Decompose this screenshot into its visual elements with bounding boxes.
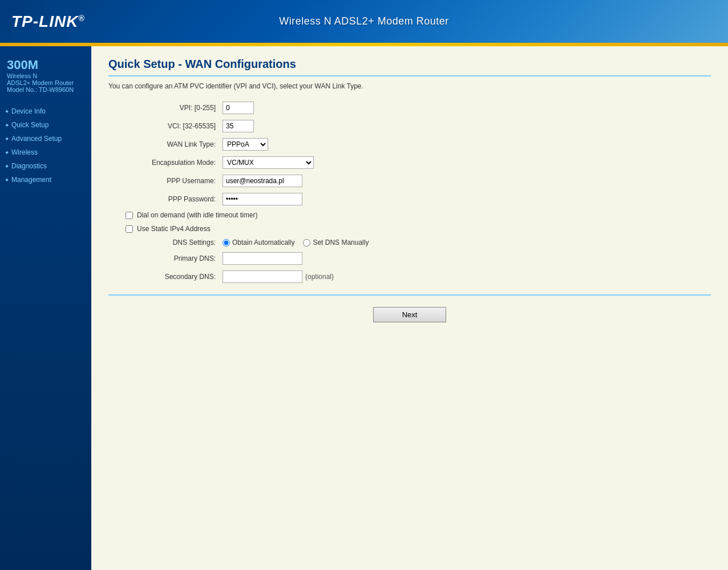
bullet-icon: ✦ <box>5 163 9 169</box>
dial-on-demand-label: Dial on demand (with idle timeout timer) <box>137 211 257 219</box>
ppp-username-input[interactable] <box>223 175 302 187</box>
sidebar-item-label: Advanced Setup <box>11 135 62 143</box>
bullet-icon: ✦ <box>5 122 9 128</box>
sidebar-item-diagnostics[interactable]: ✦ Diagnostics <box>0 159 91 173</box>
dial-on-demand-row: Dial on demand (with idle timeout timer) <box>108 211 711 219</box>
dns-radio-group: Obtain Automatically Set DNS Manually <box>223 238 369 246</box>
dns-set-manually-option[interactable]: Set DNS Manually <box>303 238 369 246</box>
wan-link-type-label: WAN Link Type: <box>108 140 223 148</box>
primary-dns-row: Primary DNS: <box>108 252 711 265</box>
secondary-dns-input[interactable] <box>223 270 302 283</box>
primary-dns-input[interactable] <box>223 252 302 265</box>
wan-link-type-select[interactable]: PPPoA PPPoE IPoA Bridge <box>223 138 268 151</box>
ppp-password-label: PPP Password: <box>108 195 223 203</box>
dns-settings-row: DNS Settings: Obtain Automatically Set D… <box>108 238 711 246</box>
ppp-password-input[interactable] <box>223 193 302 205</box>
vpi-input[interactable] <box>223 102 254 114</box>
sidebar-item-wireless[interactable]: ✦ Wireless <box>0 145 91 159</box>
sidebar-item-label: Wireless <box>11 148 38 156</box>
sidebar: 300M Wireless N ADSL2+ Modem Router Mode… <box>0 46 91 570</box>
bullet-icon: ✦ <box>5 136 9 142</box>
divider <box>108 294 711 296</box>
sidebar-item-label: Management <box>11 176 51 184</box>
bullet-icon: ✦ <box>5 177 9 183</box>
optional-text: (optional) <box>305 273 334 281</box>
dns-set-manually-label: Set DNS Manually <box>313 238 369 246</box>
sidebar-nav: ✦ Device Info ✦ Quick Setup ✦ Advanced S… <box>0 104 91 187</box>
button-row: Next <box>108 307 711 322</box>
vci-input[interactable] <box>223 120 254 132</box>
description: You can configure an ATM PVC identifier … <box>108 82 711 90</box>
ppp-username-row: PPP Username: <box>108 175 711 187</box>
layout: 300M Wireless N ADSL2+ Modem Router Mode… <box>0 46 728 570</box>
static-ipv4-label: Use Static IPv4 Address <box>137 225 211 233</box>
sidebar-item-label: Diagnostics <box>11 162 47 170</box>
next-button[interactable]: Next <box>373 307 447 322</box>
vpi-label: VPI: [0-255] <box>108 104 223 112</box>
sidebar-item-label: Device Info <box>11 107 46 115</box>
sidebar-item-management[interactable]: ✦ Management <box>0 173 91 187</box>
vci-row: VCI: [32-65535] <box>108 120 711 132</box>
brand-speed: 300M <box>7 58 84 72</box>
sidebar-item-device-info[interactable]: ✦ Device Info <box>0 104 91 118</box>
main-content: Quick Setup - WAN Configurations You can… <box>91 46 728 570</box>
dns-obtain-auto-radio[interactable] <box>223 239 230 246</box>
ppp-username-label: PPP Username: <box>108 177 223 185</box>
encapsulation-select[interactable]: VC/MUX LLC/SNAP <box>223 156 314 169</box>
sidebar-item-advanced-setup[interactable]: ✦ Advanced Setup <box>0 132 91 145</box>
dns-set-manually-radio[interactable] <box>303 239 310 246</box>
dns-settings-label: DNS Settings: <box>108 238 223 246</box>
wan-link-type-row: WAN Link Type: PPPoA PPPoE IPoA Bridge <box>108 138 711 151</box>
static-ipv4-row: Use Static IPv4 Address <box>108 225 711 233</box>
header-title: Wireless N ADSL2+ Modem Router <box>0 15 728 27</box>
brand-adsl: ADSL2+ Modem Router <box>7 79 84 86</box>
static-ipv4-checkbox[interactable] <box>126 225 133 233</box>
bullet-icon: ✦ <box>5 149 9 156</box>
brand-model: Model No.: TD-W8960N <box>7 86 84 93</box>
primary-dns-label: Primary DNS: <box>108 254 223 262</box>
sidebar-item-label: Quick Setup <box>11 121 48 129</box>
encapsulation-label: Encapsulation Mode: <box>108 159 223 167</box>
bullet-icon: ✦ <box>5 108 9 115</box>
sidebar-item-quick-setup[interactable]: ✦ Quick Setup <box>0 118 91 132</box>
secondary-dns-row: Secondary DNS: (optional) <box>108 270 711 283</box>
vci-label: VCI: [32-65535] <box>108 122 223 130</box>
form-section: VPI: [0-255] VCI: [32-65535] WAN Link Ty… <box>108 102 711 283</box>
dns-obtain-auto-option[interactable]: Obtain Automatically <box>223 238 294 246</box>
sidebar-brand: 300M Wireless N ADSL2+ Modem Router Mode… <box>0 52 91 102</box>
ppp-password-row: PPP Password: <box>108 193 711 205</box>
encapsulation-row: Encapsulation Mode: VC/MUX LLC/SNAP <box>108 156 711 169</box>
header: TP-LINK® Wireless N ADSL2+ Modem Router <box>0 0 728 43</box>
dial-on-demand-checkbox[interactable] <box>126 212 133 219</box>
brand-wireless: Wireless N <box>7 72 84 79</box>
dns-obtain-auto-label: Obtain Automatically <box>232 238 294 246</box>
page-title: Quick Setup - WAN Configurations <box>108 58 711 76</box>
secondary-dns-label: Secondary DNS: <box>108 273 223 281</box>
vpi-row: VPI: [0-255] <box>108 102 711 114</box>
